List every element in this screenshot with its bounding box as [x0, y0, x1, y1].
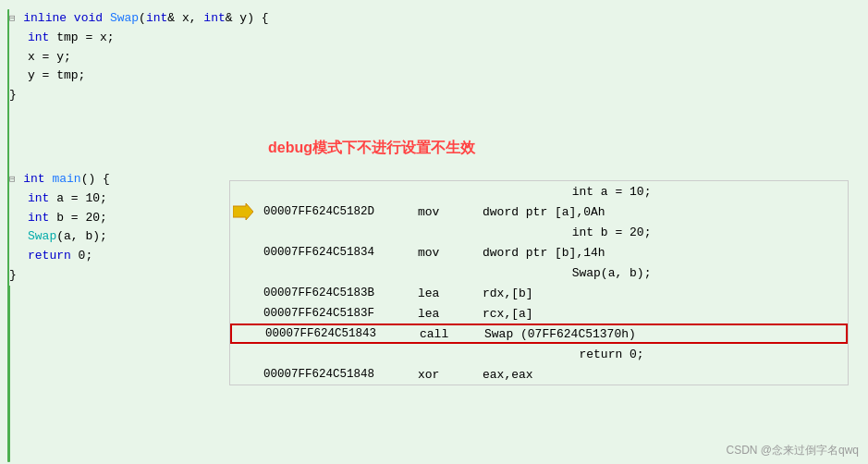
- code-text: }: [9, 266, 17, 286]
- code-line: }: [9, 266, 226, 286]
- swap-function: ⊟ inline void Swap(int& x, int& y) { int…: [9, 9, 226, 105]
- code-line: int a = 10;: [9, 189, 226, 209]
- asm-address: 00007FF624C5183F: [256, 307, 418, 320]
- debug-note: debug模式下不进行设置不生效: [268, 139, 475, 158]
- asm-row-2: 00007FF624C51834 mov dword ptr [b],14h: [230, 242, 848, 263]
- main-container: ⊟ inline void Swap(int& x, int& y) { int…: [0, 0, 868, 464]
- asm-mnemonic: call: [420, 327, 484, 341]
- code-line: int tmp = x;: [9, 29, 226, 48]
- asm-address: 00007FF624C51834: [256, 246, 418, 259]
- asm-operand: rdx,[b]: [483, 287, 848, 300]
- asm-mnemonic: lea: [418, 307, 483, 321]
- asm-mnemonic: mov: [418, 205, 483, 219]
- asm-mnemonic: lea: [418, 287, 483, 300]
- code-line: ⊟ int main() {: [9, 170, 226, 189]
- asm-address: 00007FF624C5183B: [256, 287, 418, 299]
- code-line: ⊟ inline void Swap(int& x, int& y) {: [9, 9, 226, 29]
- code-text: int tmp = x;: [28, 29, 115, 48]
- code-line: return 0;: [9, 247, 226, 266]
- code-text: return 0;: [28, 247, 92, 266]
- code-line: x = y;: [9, 48, 226, 67]
- arrow-cell: [230, 203, 256, 220]
- fold-icon: ⊟: [9, 11, 21, 28]
- asm-mnemonic: mov: [418, 246, 483, 260]
- main-function: ⊟ int main() { int a = 10; int b = 20; S…: [9, 170, 226, 286]
- code-text: int b = 20;: [28, 209, 107, 228]
- code-line: Swap(a, b);: [9, 227, 226, 247]
- code-line: }: [9, 86, 226, 105]
- code-text: }: [9, 86, 17, 105]
- code-text: inline void Swap(int& x, int& y) {: [23, 9, 268, 29]
- code-line: y = tmp;: [9, 67, 226, 86]
- asm-row-code2: int b = 20;: [230, 222, 848, 242]
- code-text: y = tmp;: [28, 67, 85, 86]
- asm-row-3: 00007FF624C5183B lea rdx,[b]: [230, 283, 848, 303]
- asm-operand: eax,eax: [483, 368, 848, 382]
- asm-mnemonic: xor: [418, 368, 483, 382]
- asm-address: 00007FF624C51848: [256, 368, 418, 381]
- watermark: CSDN @念来过倒字名qwq: [726, 443, 859, 458]
- asm-row-code1: int a = 10;: [230, 181, 848, 201]
- asm-row-code3: Swap(a, b);: [230, 263, 848, 283]
- code-comment: int a = 10;: [375, 185, 848, 199]
- asm-row-code4: return 0;: [230, 344, 848, 364]
- asm-address: 00007FF624C51843: [258, 327, 420, 340]
- fold-icon: ⊟: [9, 172, 21, 189]
- asm-address: 00007FF624C5182D: [256, 205, 418, 218]
- code-comment: Swap(a, b);: [375, 266, 848, 280]
- asm-row-5: 00007FF624C51848 xor eax,eax: [230, 364, 848, 385]
- asm-row-1: 00007FF624C5182D mov dword ptr [a],0Ah: [230, 201, 848, 222]
- asm-operand: Swap (07FF624C51370h): [484, 327, 846, 341]
- code-comment: return 0;: [375, 348, 848, 361]
- code-text: x = y;: [28, 48, 71, 67]
- asm-row-call: 00007FF624C51843 call Swap (07FF624C5137…: [230, 324, 848, 344]
- code-text: int a = 10;: [28, 189, 107, 209]
- code-comment: int b = 20;: [375, 226, 848, 239]
- asm-operand: rcx,[a]: [483, 307, 848, 321]
- code-text: Swap(a, b);: [28, 227, 107, 247]
- arrow-icon: [233, 203, 253, 220]
- code-line: int b = 20;: [9, 209, 226, 228]
- asm-row-4: 00007FF624C5183F lea rcx,[a]: [230, 303, 848, 324]
- code-panel-top: ⊟ inline void Swap(int& x, int& y) { int…: [9, 9, 226, 286]
- code-text: int main() {: [23, 170, 110, 189]
- asm-operand: dword ptr [a],0Ah: [483, 205, 848, 219]
- svg-marker-0: [233, 203, 253, 220]
- assembly-panel: int a = 10; 00007FF624C5182D mov dword p…: [229, 180, 849, 385]
- asm-operand: dword ptr [b],14h: [483, 246, 848, 260]
